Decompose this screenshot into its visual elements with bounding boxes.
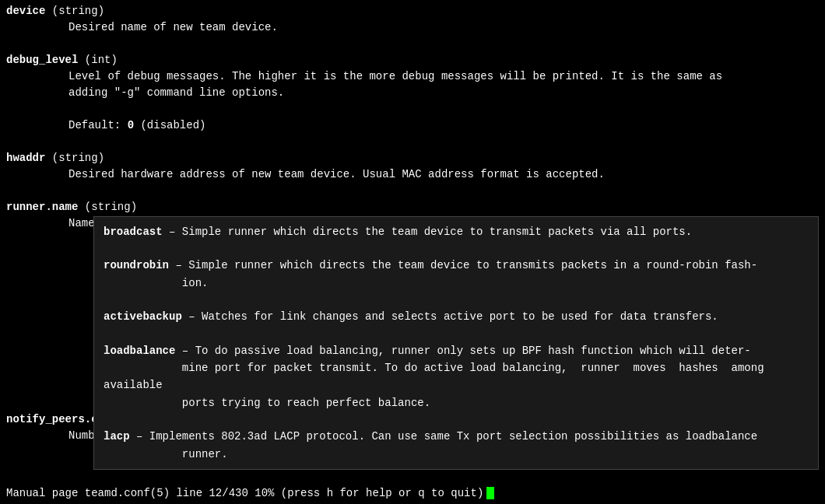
status-text: Manual page teamd.conf(5) line 12/430 10… (6, 487, 483, 499)
blank3 (6, 134, 819, 150)
broadcast-line: broadcast – Simple runner which directs … (104, 223, 809, 240)
debug-level-line: debug_level (int) (6, 52, 819, 68)
runner-line: runner.name (string) (6, 199, 819, 215)
hwaddr-keyword: hwaddr (6, 152, 45, 164)
activebackup-line: activebackup – Watches for link changes … (104, 308, 809, 325)
device-desc: Desired name of new team device. (6, 19, 819, 36)
debug-desc2: adding "-g" command line options. (6, 85, 819, 101)
debug-desc1: Level of debug messages. The higher it i… (6, 68, 819, 85)
debug-keyword: debug_level (6, 54, 78, 66)
hwaddr-desc: Desired hardware address of new team dev… (6, 166, 819, 183)
popup-blank1 (104, 240, 809, 257)
hwaddr-suffix: (string) (45, 152, 104, 164)
loadbalance-line: loadbalance – To do passive load balanci… (104, 342, 809, 412)
activebackup-keyword: activebackup (104, 310, 182, 323)
device-keyword: device (6, 5, 45, 17)
roundrobin-line: roundrobin – Simple runner which directs… (104, 257, 809, 292)
content-area: device (string) Desired name of new team… (0, 0, 825, 482)
runner-suffix: (string) (78, 201, 137, 213)
popup-blank3 (104, 326, 809, 342)
device-line: device (string) (6, 3, 819, 19)
popup-blank2 (104, 292, 809, 308)
debug-default-value: 0 (128, 119, 134, 131)
broadcast-keyword: broadcast (104, 226, 163, 238)
status-bar: Manual page teamd.conf(5) line 12/430 10… (0, 482, 825, 504)
cursor (486, 487, 494, 499)
device-suffix: (string) (45, 5, 104, 17)
loadbalance-keyword: loadbalance (104, 345, 175, 357)
runner-keyword: runner.name (6, 201, 78, 213)
roundrobin-keyword: roundrobin (104, 259, 169, 271)
blank1 (6, 36, 819, 52)
debug-default: Default: 0 (disabled) (6, 117, 819, 134)
popup-blank4 (104, 411, 809, 428)
popup-box: broadcast – Simple runner which directs … (93, 216, 819, 470)
hwaddr-line: hwaddr (string) (6, 150, 819, 166)
blank4 (6, 183, 819, 199)
terminal-window: device (string) Desired name of new team… (0, 0, 825, 504)
blank2 (6, 101, 819, 117)
lacp-line: lacp – Implements 802.3ad LACP protocol.… (104, 428, 809, 463)
lacp-keyword: lacp (104, 430, 130, 443)
debug-suffix: (int) (78, 54, 117, 66)
